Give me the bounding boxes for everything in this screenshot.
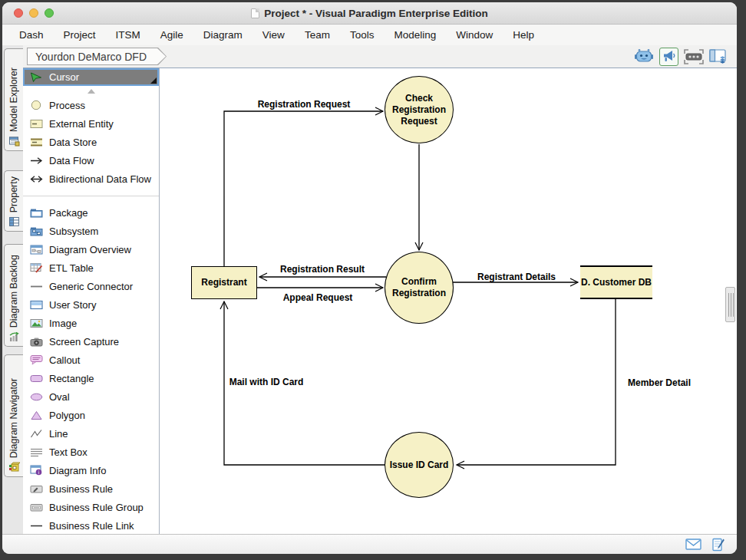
- menu-bar: Dash Project ITSM Agile Diagram View Tea…: [2, 25, 737, 45]
- subsystem-icon: [29, 226, 43, 236]
- window-title: Project * - Visual Paradigm Enterprise E…: [264, 8, 488, 19]
- palette-item-screen-capture[interactable]: Screen Capture: [23, 332, 159, 351]
- breadcrumb[interactable]: Yourdon DeMarco DFD: [27, 48, 167, 65]
- diagram-canvas[interactable]: Check Registration Request Confirm Regis…: [160, 68, 737, 534]
- business-rule-group-icon: [29, 502, 43, 512]
- rectangle-icon: [29, 374, 43, 384]
- tool-palette: Cursor Process External Entity Dat: [23, 68, 160, 534]
- diagram-overview-icon: [29, 245, 43, 255]
- palette-item-callout[interactable]: Callout: [23, 351, 159, 369]
- palette-item-line[interactable]: Line: [23, 424, 159, 443]
- menu-modeling[interactable]: Modeling: [394, 29, 436, 41]
- palette-item-diagram-info[interactable]: i Diagram Info: [23, 461, 159, 479]
- flow-label-registrant-details[interactable]: Registrant Details: [477, 272, 556, 282]
- external-entity-icon: [29, 119, 43, 129]
- diagram-backlog-icon: [8, 331, 20, 342]
- palette-item-polygon[interactable]: Polygon: [23, 406, 159, 424]
- palette-item-process[interactable]: Process: [23, 96, 159, 114]
- flow-label-registration-result[interactable]: Registration Result: [280, 264, 365, 275]
- menu-agile[interactable]: Agile: [160, 29, 183, 41]
- process-check-registration-request[interactable]: Check Registration Request: [385, 76, 454, 143]
- announcement-icon[interactable]: [659, 48, 678, 66]
- business-rule-icon: [29, 484, 43, 494]
- layout-panels-icon[interactable]: [709, 49, 728, 64]
- breadcrumb-label: Yourdon DeMarco DFD: [35, 51, 147, 63]
- diagram-toolbar: Yourdon DeMarco DFD: [23, 45, 737, 68]
- flow-label-appeal-request[interactable]: Appeal Request: [283, 292, 353, 303]
- palette-item-cursor[interactable]: Cursor: [23, 68, 159, 86]
- palette-item-rectangle[interactable]: Rectangle: [23, 369, 159, 387]
- zoom-window-button[interactable]: [45, 8, 54, 18]
- palette-item-etl-table[interactable]: ETL Table: [23, 259, 159, 277]
- menu-view[interactable]: View: [262, 29, 285, 41]
- package-icon: [29, 208, 43, 218]
- menu-dash[interactable]: Dash: [19, 29, 44, 41]
- palette-item-user-story[interactable]: User Story: [23, 295, 159, 314]
- panel-splitter-grip[interactable]: [725, 287, 735, 322]
- bidirectional-data-flow-icon: [29, 174, 43, 184]
- palette-item-diagram-overview[interactable]: Diagram Overview: [23, 240, 159, 259]
- bot-assistant-icon[interactable]: [634, 48, 654, 66]
- data-store-customer-db[interactable]: D. Customer DB: [580, 265, 652, 299]
- property-icon: [8, 216, 20, 227]
- user-story-icon: [29, 300, 43, 310]
- flow-label-member-detail[interactable]: Member Detail: [628, 377, 691, 388]
- palette-item-subsystem[interactable]: Subsystem: [23, 222, 159, 240]
- status-bar: [2, 534, 737, 554]
- external-entity-registrant[interactable]: Registrant: [191, 266, 257, 299]
- process-issue-id-card[interactable]: Issue ID Card: [385, 432, 454, 498]
- menu-project[interactable]: Project: [64, 29, 96, 41]
- process-confirm-registration[interactable]: Confirm Registration: [385, 252, 454, 324]
- minimize-window-button[interactable]: [29, 8, 38, 18]
- tab-diagram-backlog[interactable]: Diagram Backlog: [4, 244, 23, 347]
- palette-item-business-rule-link[interactable]: Business Rule Link: [23, 516, 159, 534]
- menu-tools[interactable]: Tools: [350, 29, 375, 41]
- svg-text:i: i: [38, 469, 39, 476]
- etl-table-icon: [29, 262, 43, 273]
- document-proxy-icon: [251, 8, 259, 18]
- business-rule-link-icon: [29, 521, 43, 531]
- line-icon: [29, 429, 43, 439]
- palette-item-package[interactable]: Package: [23, 203, 159, 222]
- traffic-lights: [14, 2, 54, 24]
- polygon-icon: [29, 410, 43, 420]
- palette-item-generic-connector[interactable]: Generic Connector: [23, 277, 159, 295]
- palette-item-data-store[interactable]: Data Store: [23, 133, 159, 151]
- palette-item-label: Cursor: [49, 71, 79, 83]
- app-window: Project * - Visual Paradigm Enterprise E…: [2, 2, 737, 554]
- menu-diagram[interactable]: Diagram: [203, 29, 243, 41]
- menu-window[interactable]: Window: [456, 29, 493, 41]
- menu-team[interactable]: Team: [305, 29, 330, 41]
- palette-item-business-rule[interactable]: Business Rule: [23, 479, 159, 498]
- tab-diagram-navigator[interactable]: Diagram Navigator: [4, 354, 23, 477]
- close-window-button[interactable]: [14, 8, 23, 18]
- menu-itsm[interactable]: ITSM: [116, 29, 140, 41]
- diagram-navigator-icon: [8, 462, 20, 473]
- cursor-more-corner: [150, 77, 157, 84]
- palette-item-image[interactable]: Image: [23, 314, 159, 332]
- flow-label-mail-with-id-card[interactable]: Mail with ID Card: [229, 377, 304, 387]
- callout-icon: [29, 354, 43, 365]
- screen-capture-icon: [29, 337, 43, 347]
- menu-help[interactable]: Help: [513, 29, 534, 41]
- model-explorer-icon: [8, 136, 20, 147]
- cursor-icon: [29, 71, 43, 83]
- diagram-info-icon: i: [29, 465, 43, 476]
- flow-label-registration-request[interactable]: Registration Request: [258, 99, 351, 110]
- title-bar: Project * - Visual Paradigm Enterprise E…: [2, 2, 737, 25]
- compose-note-icon[interactable]: [712, 538, 725, 552]
- process-icon: [29, 100, 43, 110]
- palette-scroll-up[interactable]: [23, 86, 159, 96]
- palette-item-bidirectional-data-flow[interactable]: Bidirectional Data Flow: [23, 170, 159, 188]
- generic-connector-icon: [29, 282, 43, 292]
- tab-property[interactable]: Property: [4, 170, 23, 232]
- palette-item-text-box[interactable]: Text Box: [23, 443, 159, 461]
- screen-capture-bar-icon[interactable]: [684, 49, 704, 64]
- palette-item-external-entity[interactable]: External Entity: [23, 114, 159, 133]
- data-store-icon: [29, 137, 43, 147]
- palette-item-business-rule-group[interactable]: Business Rule Group: [23, 498, 159, 516]
- mail-icon[interactable]: [685, 539, 701, 550]
- tab-model-explorer[interactable]: Model Explorer: [4, 48, 23, 151]
- palette-item-data-flow[interactable]: Data Flow: [23, 151, 159, 170]
- palette-item-oval[interactable]: Oval: [23, 387, 159, 406]
